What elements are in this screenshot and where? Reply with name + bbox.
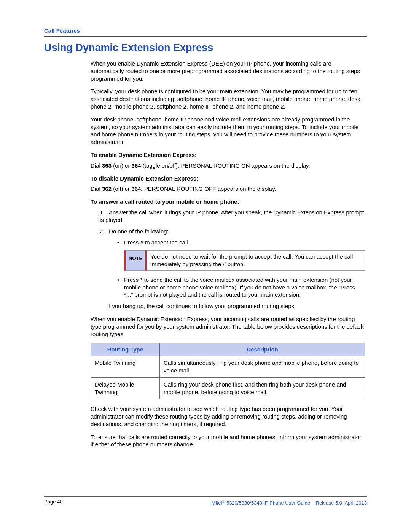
paragraph: Typically, your desk phone is configured…: [91, 88, 365, 110]
footer-divider: [44, 496, 367, 497]
list-item: 1.Answer the call when it rings your IP …: [100, 209, 365, 224]
ordered-list: 1.Answer the call when it rings your IP …: [100, 209, 365, 235]
subheading-answer: To answer a call routed to your mobile o…: [91, 198, 365, 206]
list-item: • Press # to accept the call.: [117, 239, 365, 246]
page-number: Page 48: [44, 499, 62, 505]
table-header: Routing Type: [91, 343, 160, 356]
bullet-list: • Press # to accept the call. NOTE You d…: [117, 239, 365, 299]
text: PERSONAL ROUTING OFF appears on the disp…: [143, 185, 276, 192]
cell-routing-type: Mobile Twinning: [91, 356, 160, 378]
list-number: 1.: [100, 209, 109, 216]
table-header: Description: [160, 343, 365, 356]
text: Press * to send the call to the voice ma…: [124, 276, 365, 299]
text: 5320/5330/5340 IP Phone User Guide – Rel…: [225, 500, 367, 506]
paragraph: Your desk phone, softphone, home IP phon…: [91, 116, 365, 146]
note-label: NOTE: [124, 250, 145, 271]
page-title: Using Dynamic Extension Express: [44, 42, 367, 54]
text: Dial: [91, 185, 102, 192]
page-footer: Page 48 Mitel® 5320/5330/5340 IP Phone U…: [44, 494, 367, 506]
table-row: Mobile Twinning Calls simultaneously rin…: [91, 356, 365, 378]
enable-instruction: Dial 363 (on) or 364 (toggle on/off). PE…: [91, 162, 365, 169]
text: Press # to accept the call.: [124, 239, 190, 246]
cell-routing-type: Delayed Mobile Twinning: [91, 377, 160, 399]
table-header-row: Routing Type Description: [91, 343, 365, 356]
subheading-enable: To enable Dynamic Extension Express:: [91, 151, 365, 159]
text: (toggle on/off). PERSONAL ROUTING ON app…: [141, 162, 310, 169]
section-label: Call Features: [44, 27, 367, 34]
dial-code: 364: [132, 162, 141, 169]
note-box: NOTE You do not need to wait for the pro…: [124, 250, 365, 271]
list-item: 2.Do one of the following:: [100, 228, 365, 235]
page-content: Call Features Using Dynamic Extension Ex…: [44, 27, 367, 454]
text: Dial: [91, 162, 102, 169]
disable-instruction: Dial 362 (off) or 364. PERSONAL ROUTING …: [91, 185, 365, 193]
cell-description: Calls ring your desk phone first, and th…: [160, 377, 365, 399]
dial-code: 362: [102, 185, 112, 192]
text: Mitel: [212, 500, 222, 506]
table-row: Delayed Mobile Twinning Calls ring your …: [91, 377, 365, 399]
routing-table: Routing Type Description Mobile Twinning…: [91, 343, 365, 399]
text: (on) or: [112, 162, 132, 169]
paragraph: To ensure that calls are routed correctl…: [91, 433, 365, 449]
cell-description: Calls simultaneously ring your desk phon…: [160, 356, 365, 378]
divider: [44, 36, 367, 37]
text: Do one of the following:: [109, 228, 169, 235]
text: (off) or: [112, 185, 131, 192]
list-number: 2.: [100, 228, 109, 235]
doc-title: Mitel® 5320/5330/5340 IP Phone User Guid…: [212, 499, 367, 506]
dial-code: 364.: [131, 185, 142, 192]
body-column: When you enable Dynamic Extension Expres…: [91, 60, 365, 448]
paragraph: Check with your system administrator to …: [91, 405, 365, 428]
list-item: • Press * to send the call to the voice …: [117, 276, 365, 299]
subheading-disable: To disable Dynamic Extension Express:: [91, 175, 365, 182]
dial-code: 363: [102, 162, 112, 169]
paragraph: If you hang up, the call continues to fo…: [107, 302, 365, 310]
bullet-icon: •: [117, 239, 124, 246]
paragraph: When you enable Dynamic Extension Expres…: [91, 315, 365, 338]
bullet-icon: •: [117, 276, 124, 299]
paragraph: When you enable Dynamic Extension Expres…: [91, 60, 365, 82]
text: Answer the call when it rings your IP ph…: [100, 209, 364, 223]
note-text: You do not need to wait for the prompt t…: [145, 250, 365, 271]
